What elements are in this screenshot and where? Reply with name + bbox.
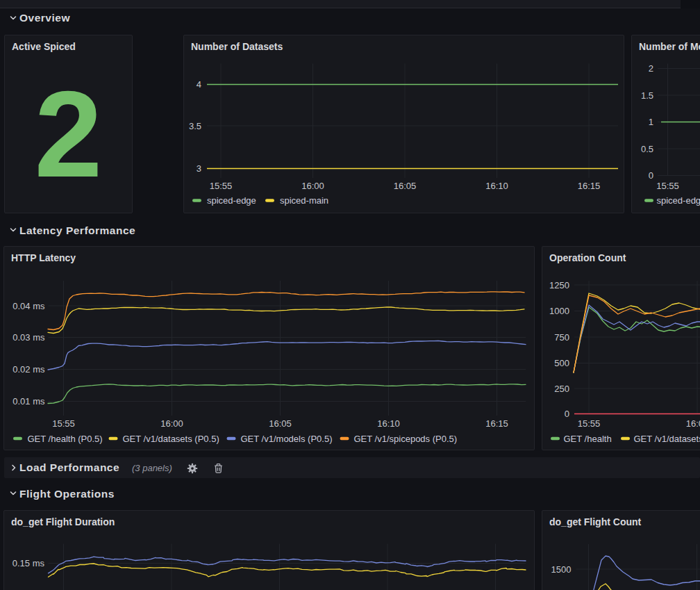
svg-text:15:55: 15:55 bbox=[578, 418, 601, 429]
svg-text:GET /v1/datasets (P0.5): GET /v1/datasets (P0.5) bbox=[123, 434, 219, 444]
svg-text:GET /v1/datasets: GET /v1/datasets bbox=[634, 434, 700, 444]
svg-text:16:15: 16:15 bbox=[485, 418, 508, 429]
svg-text:0: 0 bbox=[565, 409, 569, 419]
svg-text:spiced-edge: spiced-edge bbox=[207, 195, 256, 206]
svg-text:1500: 1500 bbox=[551, 564, 572, 575]
svg-text:spiced-main: spiced-main bbox=[280, 195, 328, 206]
svg-text:15:55: 15:55 bbox=[210, 181, 233, 191]
svg-text:0.03 ms: 0.03 ms bbox=[12, 332, 45, 343]
svg-text:1250: 1250 bbox=[549, 280, 569, 290]
svg-text:16:00: 16:00 bbox=[160, 418, 183, 429]
svg-text:3: 3 bbox=[197, 163, 201, 174]
svg-text:16:05: 16:05 bbox=[394, 181, 417, 191]
svg-text:GET /v1/spicepods (P0.5): GET /v1/spicepods (P0.5) bbox=[354, 434, 458, 444]
svg-text:16:15: 16:15 bbox=[578, 181, 601, 191]
svg-text:spiced-edge: spiced-edge bbox=[657, 195, 700, 206]
svg-text:1: 1 bbox=[649, 117, 653, 127]
svg-text:GET /health: GET /health bbox=[564, 434, 612, 444]
svg-text:2: 2 bbox=[649, 63, 653, 74]
svg-text:16:10: 16:10 bbox=[485, 181, 508, 191]
svg-text:GET /health (P0.5): GET /health (P0.5) bbox=[28, 434, 103, 444]
svg-text:750: 750 bbox=[554, 332, 569, 343]
svg-text:0.04 ms: 0.04 ms bbox=[12, 301, 45, 311]
svg-text:0: 0 bbox=[649, 170, 653, 181]
svg-text:0.02 ms: 0.02 ms bbox=[12, 364, 45, 375]
svg-text:0.15 ms: 0.15 ms bbox=[12, 558, 45, 568]
svg-text:16:05: 16:05 bbox=[269, 418, 292, 429]
svg-text:16:10: 16:10 bbox=[377, 418, 400, 429]
svg-text:1.5: 1.5 bbox=[641, 90, 653, 101]
svg-text:16:00: 16:00 bbox=[686, 418, 700, 429]
svg-text:500: 500 bbox=[554, 358, 569, 368]
svg-text:15:55: 15:55 bbox=[656, 181, 679, 191]
svg-text:15:55: 15:55 bbox=[52, 418, 75, 429]
svg-text:16:00: 16:00 bbox=[301, 181, 324, 191]
svg-text:1000: 1000 bbox=[549, 306, 569, 316]
svg-text:0.01 ms: 0.01 ms bbox=[12, 396, 45, 407]
svg-text:4: 4 bbox=[197, 79, 201, 90]
svg-text:3.5: 3.5 bbox=[189, 121, 201, 131]
svg-text:GET /v1/models (P0.5): GET /v1/models (P0.5) bbox=[241, 434, 333, 444]
svg-text:250: 250 bbox=[554, 384, 569, 394]
svg-text:0.5: 0.5 bbox=[641, 144, 653, 154]
